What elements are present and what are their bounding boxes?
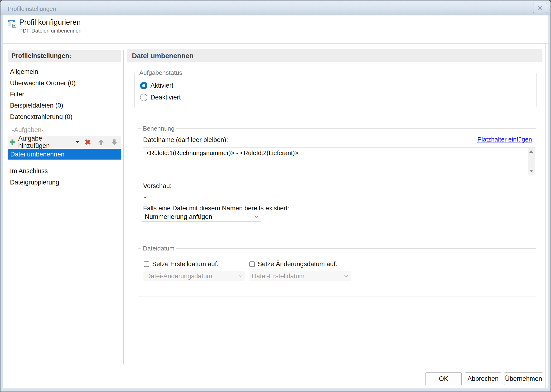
- filename-value: <RuleId:1(Rechnungsnummer)> - <RuleId:2(…: [146, 149, 526, 157]
- profile-settings-dialog: Profileinstellungen ✕ Profil konfigurier…: [0, 0, 551, 392]
- sidebar-item-datenextrahierung[interactable]: Datenextrahierung (0): [10, 113, 119, 121]
- tasks-section-label: -Aufgaben-: [12, 126, 44, 134]
- titlebar[interactable]: Profileinstellungen ✕: [0, 0, 551, 15]
- checkbox-unchecked-icon: [144, 261, 149, 267]
- close-button[interactable]: ✕: [533, 3, 547, 13]
- content-border-line: [545, 44, 545, 388]
- sidebar-item-allgemein[interactable]: Allgemein: [10, 68, 119, 76]
- status-groupbox: Aufgabenstatus Aktiviert Deaktiviert: [134, 73, 537, 107]
- checkbox-unchecked-icon: [249, 261, 255, 267]
- radio-deaktiviert-label: Deaktiviert: [151, 94, 181, 101]
- delete-icon: ✖: [85, 138, 91, 147]
- ok-button[interactable]: OK: [426, 372, 462, 385]
- move-task-down-button[interactable]: [108, 136, 121, 148]
- filedate-groupbox: Dateidatum Setze Erstelldatum auf: Setze…: [138, 248, 536, 297]
- add-task-label: Aufgabe hinzufügen: [18, 135, 73, 150]
- dialog-content: Profileinstellungen: Allgemein Überwacht…: [3, 43, 548, 388]
- filename-scrollbar[interactable]: [528, 148, 535, 175]
- preview-label: Vorschau:: [143, 182, 172, 190]
- set-created-date-label: Setze Erstelldatum auf:: [152, 260, 218, 268]
- scroll-up-icon[interactable]: [529, 150, 533, 153]
- filename-input[interactable]: <RuleId:1(Rechnungsnummer)> - <RuleId:2(…: [143, 147, 535, 175]
- created-date-value: Datei-Änderungsdatum: [146, 273, 212, 280]
- arrow-down-icon: [111, 139, 118, 146]
- filename-label: Dateiname (darf leer bleiben):: [143, 136, 228, 144]
- sidebar-item-im-anschluss[interactable]: Im Anschluss: [10, 167, 119, 175]
- preview-value: -: [144, 193, 146, 201]
- status-group-label: Aufgabenstatus: [138, 69, 184, 77]
- filedate-group-label: Dateidatum: [141, 245, 176, 252]
- set-created-date-checkbox[interactable]: Setze Erstelldatum auf:: [144, 260, 218, 268]
- delete-task-button[interactable]: ✖: [81, 136, 94, 148]
- insert-placeholder-link[interactable]: Platzhalter einfügen: [477, 136, 532, 143]
- sidebar-item-filter[interactable]: Filter: [10, 91, 119, 99]
- radio-aktiviert-label: Aktiviert: [151, 82, 173, 89]
- created-date-dropdown-disabled: Datei-Änderungsdatum: [143, 271, 245, 281]
- radio-aktiviert[interactable]: Aktiviert: [140, 82, 173, 89]
- sidebar-header: Profileinstellungen:: [7, 50, 121, 62]
- dialog-header: Profil konfigurieren PDF-Dateien umbenen…: [3, 15, 548, 43]
- naming-groupbox: Benennung Dateiname (darf leer bleiben):…: [138, 128, 536, 226]
- radio-off-icon: [140, 94, 147, 101]
- close-icon: ✕: [537, 5, 543, 12]
- sidebar-item-ueberwachte-ordner[interactable]: Überwachte Ordner (0): [10, 80, 119, 88]
- chevron-down-icon: [254, 215, 258, 218]
- scroll-down-icon[interactable]: [529, 170, 533, 172]
- arrow-up-icon: [97, 139, 105, 146]
- naming-group-label: Benennung: [141, 125, 176, 132]
- modified-date-dropdown-disabled: Datei-Erstelldatum: [249, 271, 351, 281]
- task-list-divider: [12, 162, 84, 162]
- profile-form-icon: [7, 19, 17, 29]
- modified-date-value: Datei-Erstelldatum: [252, 273, 304, 280]
- conflict-label: Falls eine Datei mit diesem Namen bereit…: [143, 205, 289, 212]
- sidebar-main-divider: [123, 50, 124, 364]
- apply-button[interactable]: Übernehmen: [504, 372, 543, 385]
- move-task-up-button[interactable]: [94, 136, 108, 148]
- sidebar-item-datei-umbenennen-selected[interactable]: Datei umbenennen: [7, 149, 121, 160]
- panel-title: Datei umbenennen: [127, 49, 543, 62]
- conflict-dropdown[interactable]: Nummerierung anfügen: [142, 212, 261, 222]
- cancel-button[interactable]: Abbrechen: [465, 372, 501, 385]
- radio-on-icon: [140, 82, 147, 89]
- set-modified-date-checkbox[interactable]: Setze Änderungsdatum auf:: [249, 260, 337, 268]
- conflict-dropdown-value: Nummerierung anfügen: [145, 213, 212, 221]
- task-toolbar: Aufgabe hinzufügen ✖: [7, 136, 121, 148]
- add-task-button[interactable]: Aufgabe hinzufügen: [7, 136, 81, 148]
- chevron-down-icon: [76, 141, 79, 143]
- radio-deaktiviert[interactable]: Deaktiviert: [140, 94, 181, 101]
- set-modified-date-label: Setze Änderungsdatum auf:: [258, 260, 337, 268]
- plus-icon: [9, 139, 16, 146]
- page-title: Profil konfigurieren: [19, 18, 80, 27]
- chevron-down-icon: [344, 275, 348, 277]
- sidebar-item-beispieldateien[interactable]: Beispieldateien (0): [10, 102, 119, 110]
- page-subtitle: PDF-Dateien umbenennen: [19, 28, 81, 34]
- window-title: Profileinstellungen: [7, 0, 56, 15]
- sidebar-item-dateigruppierung[interactable]: Dateigruppierung: [10, 179, 119, 187]
- chevron-down-icon: [239, 275, 243, 277]
